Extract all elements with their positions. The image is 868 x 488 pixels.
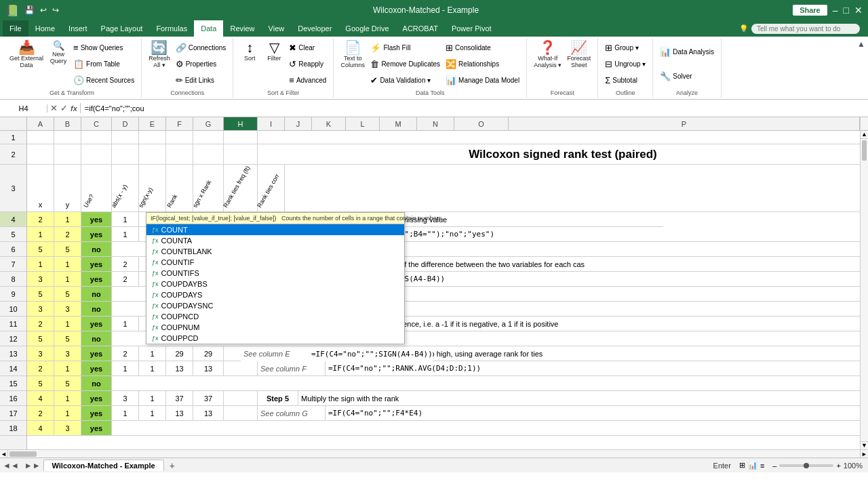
cell-c3[interactable]: Use? [81, 165, 112, 212]
insert-function-icon[interactable]: fx [71, 104, 77, 113]
cell-a9[interactable]: 5 [27, 287, 54, 302]
chart-view-icon[interactable]: 📊 [748, 461, 757, 470]
cell-c18[interactable]: yes [81, 421, 112, 436]
cell-d17[interactable]: 1 [112, 406, 139, 421]
autocomplete-item-coupdaybs[interactable]: ƒx COUPDAYBS [146, 279, 404, 289]
cell-b14[interactable]: 1 [54, 361, 81, 376]
cell-rest-3[interactable] [285, 165, 868, 212]
autocomplete-item-coupdays[interactable]: ƒx COUPDAYS [146, 289, 404, 300]
row-header-15[interactable]: 15 [0, 376, 26, 391]
sort-button[interactable]: ↕ Sort [237, 39, 262, 63]
cell-b4[interactable]: 1 [54, 212, 81, 227]
flash-fill-button[interactable]: ⚡ Flash Fill [368, 42, 443, 54]
show-queries-button[interactable]: ≡ Show Queries [71, 42, 137, 54]
col-header-h[interactable]: H [224, 117, 258, 130]
quick-access-undo[interactable]: ↩ [40, 5, 47, 15]
cell-rest-15[interactable] [112, 376, 868, 391]
tab-acrobat[interactable]: ACROBAT [396, 20, 445, 37]
cell-c10[interactable]: no [81, 302, 112, 317]
ribbon-collapse-button[interactable]: ▲ [857, 39, 865, 49]
row-header-12[interactable]: 12 [0, 331, 26, 346]
cell-a5[interactable]: 1 [27, 227, 54, 242]
normal-view-icon[interactable]: ≡ [760, 462, 764, 470]
cell-a16[interactable]: 4 [27, 391, 54, 406]
cell-c11[interactable]: yes [81, 317, 112, 331]
cell-i3[interactable]: Rank ties corr [258, 165, 285, 212]
minimize-btn[interactable]: – [833, 5, 838, 16]
cell-c9[interactable]: no [81, 287, 112, 302]
col-header-g[interactable]: G [193, 117, 224, 130]
cell-d13[interactable]: 2 [112, 346, 139, 361]
autocomplete-item-countifs[interactable]: ƒx COUNTIFS [146, 268, 404, 279]
cell-a1[interactable] [27, 131, 54, 144]
col-header-a[interactable]: A [27, 117, 54, 130]
cell-e1[interactable] [139, 131, 166, 144]
connections-button[interactable]: 🔗 Connections [173, 42, 229, 54]
row-header-16[interactable]: 16 [0, 391, 26, 406]
cell-d16[interactable]: 3 [112, 391, 139, 406]
cell-g3[interactable]: sgn x Rank [193, 165, 224, 212]
tab-power-pivot[interactable]: Power Pivot [445, 20, 498, 37]
subtotal-button[interactable]: Σ Subtotal [602, 75, 648, 86]
advanced-button[interactable]: ≡ Advanced [286, 75, 329, 86]
cell-b12[interactable]: 5 [54, 331, 81, 346]
cell-mode-icon[interactable]: ⊞ [739, 461, 745, 470]
scroll-up-btn[interactable]: ▲ [861, 131, 868, 139]
properties-button[interactable]: ⚙ Properties [173, 58, 229, 70]
solver-button[interactable]: 🔧 Solver [657, 70, 717, 82]
confirm-formula-icon[interactable]: ✓ [60, 103, 68, 113]
cell-rest-1[interactable] [258, 131, 868, 144]
col-header-o[interactable]: O [454, 117, 509, 130]
cell-b11[interactable]: 1 [54, 317, 81, 331]
tab-developer[interactable]: Developer [291, 20, 338, 37]
tab-formulas[interactable]: Formulas [149, 20, 194, 37]
cell-g16[interactable]: 37 [193, 391, 224, 406]
cell-a13[interactable]: 3 [27, 346, 54, 361]
new-query-button[interactable]: 🔍 NewQuery [46, 39, 71, 66]
cell-f16[interactable]: 37 [166, 391, 193, 406]
autocomplete-item-countif[interactable]: ƒx COUNTIF [146, 257, 404, 268]
cell-b3[interactable]: y [54, 165, 81, 212]
cell-b10[interactable]: 3 [54, 302, 81, 317]
cell-h2[interactable] [224, 144, 258, 165]
group-button[interactable]: ⊞ Group ▾ [602, 42, 648, 54]
col-header-i[interactable]: I [258, 117, 285, 130]
quick-access-save[interactable]: 💾 [24, 5, 35, 15]
add-sheet-btn[interactable]: + [164, 459, 180, 472]
zoom-bar[interactable] [779, 464, 833, 467]
refresh-all-button[interactable]: 🔄 RefreshAll ▾ [146, 39, 173, 70]
cell-d11[interactable]: 1 [112, 317, 139, 331]
tab-file[interactable]: File [3, 20, 28, 37]
cell-c7[interactable]: yes [81, 257, 112, 272]
col-header-k[interactable]: K [312, 117, 346, 130]
scroll-tabs-right[interactable]: ►► [22, 461, 43, 470]
h-scroll-thumb[interactable] [9, 451, 37, 457]
row-header-13[interactable]: 13 [0, 346, 26, 361]
cell-c8[interactable]: yes [81, 272, 112, 287]
clear-button[interactable]: ✖ Clear [286, 42, 329, 54]
cell-e2[interactable] [139, 144, 166, 165]
col-header-l[interactable]: L [346, 117, 380, 130]
tab-insert[interactable]: Insert [62, 20, 94, 37]
quick-access-redo[interactable]: ↪ [52, 5, 59, 15]
cell-h3[interactable]: Rank ties freq (ft) [224, 165, 258, 212]
scroll-tabs-left[interactable]: ◄◄ [0, 461, 22, 470]
cell-b13[interactable]: 3 [54, 346, 81, 361]
cell-merged-title[interactable]: Wilcoxon signed rank test (paired) [258, 144, 868, 165]
cell-e16[interactable]: 1 [139, 391, 166, 406]
cell-a12[interactable]: 5 [27, 331, 54, 346]
cell-e14[interactable]: 1 [139, 361, 166, 376]
autocomplete-item-count[interactable]: ƒx COUNT [146, 224, 404, 235]
row-header-6[interactable]: 6 [0, 242, 26, 257]
cell-a8[interactable]: 3 [27, 272, 54, 287]
consolidate-button[interactable]: ⊞ Consolidate [443, 42, 522, 54]
zoom-out-btn[interactable]: – [772, 462, 776, 470]
cell-a18[interactable]: 4 [27, 421, 54, 436]
cell-c13[interactable]: yes [81, 346, 112, 361]
cell-h14[interactable] [224, 361, 258, 376]
cell-c2[interactable] [81, 144, 112, 165]
row-header-11[interactable]: 11 [0, 317, 26, 331]
cell-b18[interactable]: 3 [54, 421, 81, 436]
cell-f14[interactable]: 13 [166, 361, 193, 376]
cell-d7[interactable]: 2 [112, 257, 139, 272]
